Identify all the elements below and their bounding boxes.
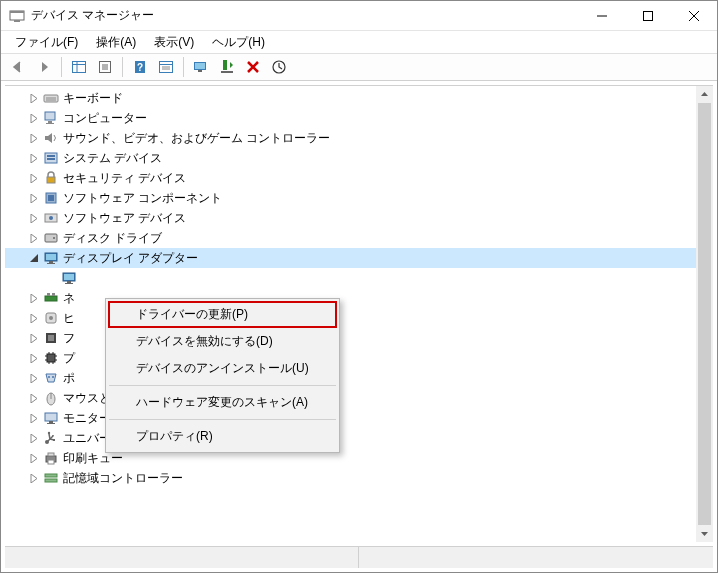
menu-file[interactable]: ファイル(F)	[7, 32, 86, 53]
uninstall-device-button[interactable]	[241, 55, 265, 79]
expand-icon[interactable]	[27, 191, 41, 205]
context-menu-item[interactable]: デバイスを無効にする(D)	[108, 328, 337, 355]
context-menu-item[interactable]: デバイスのアンインストール(U)	[108, 355, 337, 382]
disk-icon	[43, 230, 59, 246]
scroll-thumb[interactable]	[698, 103, 711, 525]
processor-icon	[43, 350, 59, 366]
tree-node-label: プ	[63, 350, 75, 367]
tree-node[interactable]: セキュリティ デバイス	[5, 168, 696, 188]
tree-node-label: ソフトウェア コンポーネント	[63, 190, 222, 207]
tree-node-label: モニター	[63, 410, 111, 427]
svg-rect-82	[48, 453, 54, 456]
expand-icon[interactable]	[27, 311, 41, 325]
svg-rect-42	[45, 234, 57, 242]
nav-forward-button[interactable]	[32, 55, 56, 79]
menu-help[interactable]: ヘルプ(H)	[204, 32, 273, 53]
tree-node-label: キーボード	[63, 90, 123, 107]
computer-icon	[43, 110, 59, 126]
collapse-icon[interactable]	[27, 251, 41, 265]
svg-rect-7	[73, 62, 86, 73]
expand-icon[interactable]	[27, 231, 41, 245]
context-menu-separator	[109, 419, 336, 420]
expand-icon[interactable]	[27, 471, 41, 485]
context-menu-item[interactable]: ドライバーの更新(P)	[108, 301, 337, 328]
system-icon	[43, 150, 59, 166]
tree-node[interactable]: コンピューター	[5, 108, 696, 128]
sound-icon	[43, 130, 59, 146]
tree-node[interactable]: キーボード	[5, 88, 696, 108]
context-menu: ドライバーの更新(P)デバイスを無効にする(D)デバイスのアンインストール(U)…	[105, 298, 340, 453]
svg-rect-21	[195, 63, 205, 69]
svg-rect-35	[47, 155, 55, 157]
menu-view[interactable]: 表示(V)	[146, 32, 202, 53]
expand-icon[interactable]	[27, 411, 41, 425]
svg-rect-2	[14, 20, 20, 22]
vertical-scrollbar[interactable]	[696, 86, 713, 542]
tree-node[interactable]: ディスプレイ アダプター	[5, 248, 696, 268]
details-button[interactable]	[154, 55, 178, 79]
tree-node-label: ポ	[63, 370, 75, 387]
expand-icon[interactable]	[27, 291, 41, 305]
expand-icon[interactable]	[27, 371, 41, 385]
update-driver-button[interactable]	[189, 55, 213, 79]
context-menu-item[interactable]: ハードウェア変更のスキャン(A)	[108, 389, 337, 416]
close-button[interactable]	[671, 1, 717, 31]
tree-node[interactable]: システム デバイス	[5, 148, 696, 168]
scan-hardware-button[interactable]	[267, 55, 291, 79]
nav-back-button[interactable]	[6, 55, 30, 79]
expand-icon[interactable]	[27, 111, 41, 125]
tree-node[interactable]: 記憶域コントローラー	[5, 468, 696, 488]
expand-icon[interactable]	[27, 171, 41, 185]
scroll-track[interactable]	[696, 103, 713, 525]
scroll-up-arrow[interactable]	[696, 86, 713, 103]
expand-icon[interactable]	[27, 391, 41, 405]
tree-node[interactable]: ディスク ドライブ	[5, 228, 696, 248]
svg-text:?: ?	[137, 62, 143, 73]
display-icon	[61, 270, 77, 286]
usb-icon	[43, 430, 59, 446]
expand-icon[interactable]	[27, 431, 41, 445]
maximize-button[interactable]	[625, 1, 671, 31]
context-menu-separator	[109, 385, 336, 386]
tree-node-label: 記憶域コントローラー	[63, 470, 183, 487]
svg-point-68	[48, 376, 50, 378]
svg-rect-51	[65, 283, 73, 284]
tree-node[interactable]: サウンド、ビデオ、およびゲーム コントローラー	[5, 128, 696, 148]
tree-node-label: システム デバイス	[63, 150, 162, 167]
menubar: ファイル(F) 操作(A) 表示(V) ヘルプ(H)	[1, 31, 717, 53]
svg-rect-33	[46, 123, 54, 124]
port-icon	[43, 370, 59, 386]
monitor-icon	[43, 410, 59, 426]
expand-icon[interactable]	[27, 211, 41, 225]
svg-rect-37	[47, 177, 55, 183]
svg-rect-50	[67, 281, 71, 283]
status-left	[5, 547, 359, 568]
enable-device-button[interactable]	[215, 55, 239, 79]
storage-icon	[43, 470, 59, 486]
window-title: デバイス マネージャー	[31, 7, 154, 24]
expand-icon[interactable]	[27, 451, 41, 465]
svg-rect-39	[48, 195, 54, 201]
app-icon	[9, 8, 25, 24]
show-hide-tree-button[interactable]	[67, 55, 91, 79]
expand-icon[interactable]	[27, 91, 41, 105]
menu-action[interactable]: 操作(A)	[88, 32, 144, 53]
expand-icon[interactable]	[27, 331, 41, 345]
svg-rect-58	[48, 335, 54, 341]
minimize-button[interactable]	[579, 1, 625, 31]
expand-icon[interactable]	[27, 131, 41, 145]
svg-rect-79	[53, 439, 55, 441]
scroll-down-arrow[interactable]	[696, 525, 713, 542]
tree-node[interactable]: ソフトウェア コンポーネント	[5, 188, 696, 208]
tree-node-label: ソフトウェア デバイス	[63, 210, 186, 227]
svg-rect-4	[644, 11, 653, 20]
context-menu-item[interactable]: プロパティ(R)	[108, 423, 337, 450]
tree-node[interactable]: ソフトウェア デバイス	[5, 208, 696, 228]
help-button[interactable]: ?	[128, 55, 152, 79]
tree-node[interactable]	[5, 268, 696, 288]
expand-icon[interactable]	[27, 151, 41, 165]
network-icon	[43, 290, 59, 306]
expand-icon[interactable]	[27, 351, 41, 365]
svg-rect-72	[45, 413, 57, 421]
properties-button[interactable]	[93, 55, 117, 79]
